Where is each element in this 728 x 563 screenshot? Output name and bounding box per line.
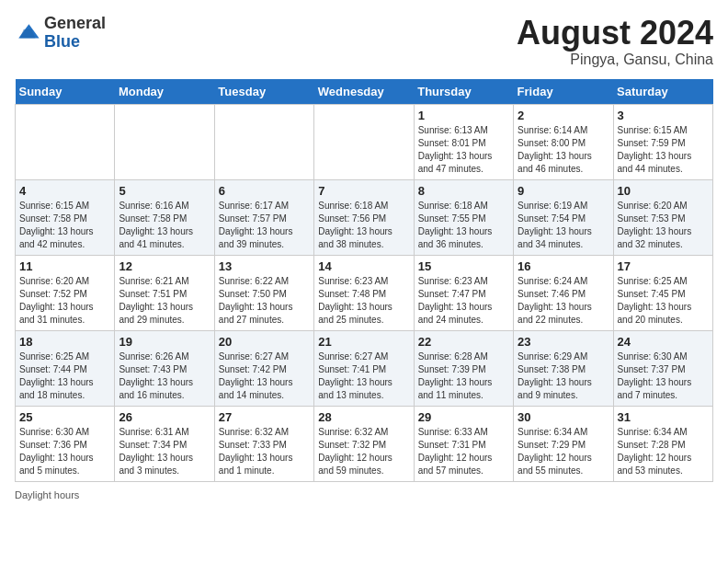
calendar-cell: 10Sunrise: 6:20 AM Sunset: 7:53 PM Dayli…	[613, 179, 712, 255]
calendar-week-row: 11Sunrise: 6:20 AM Sunset: 7:52 PM Dayli…	[16, 255, 713, 330]
day-info: Sunrise: 6:15 AM Sunset: 7:59 PM Dayligh…	[618, 124, 709, 176]
calendar-week-row: 18Sunrise: 6:25 AM Sunset: 7:44 PM Dayli…	[16, 330, 713, 406]
day-number: 31	[618, 410, 709, 424]
day-info: Sunrise: 6:27 AM Sunset: 7:41 PM Dayligh…	[318, 350, 409, 402]
day-info: Sunrise: 6:17 AM Sunset: 7:57 PM Dayligh…	[219, 200, 310, 251]
day-info: Sunrise: 6:34 AM Sunset: 7:29 PM Dayligh…	[518, 426, 609, 477]
calendar-cell	[214, 104, 313, 179]
calendar-cell: 4Sunrise: 6:15 AM Sunset: 7:58 PM Daylig…	[16, 179, 115, 255]
day-number: 17	[618, 259, 709, 273]
calendar-cell: 28Sunrise: 6:32 AM Sunset: 7:32 PM Dayli…	[314, 406, 414, 481]
day-number: 30	[518, 410, 609, 424]
calendar-cell: 3Sunrise: 6:15 AM Sunset: 7:59 PM Daylig…	[613, 104, 712, 179]
day-info: Sunrise: 6:30 AM Sunset: 7:37 PM Dayligh…	[618, 350, 709, 402]
calendar-week-row: 4Sunrise: 6:15 AM Sunset: 7:58 PM Daylig…	[16, 179, 713, 255]
day-number: 24	[618, 335, 709, 349]
day-info: Sunrise: 6:14 AM Sunset: 8:00 PM Dayligh…	[518, 124, 609, 176]
day-number: 20	[219, 335, 310, 349]
calendar-cell: 5Sunrise: 6:16 AM Sunset: 7:58 PM Daylig…	[115, 179, 214, 255]
day-info: Sunrise: 6:34 AM Sunset: 7:28 PM Dayligh…	[618, 426, 709, 477]
day-info: Sunrise: 6:19 AM Sunset: 7:54 PM Dayligh…	[518, 200, 609, 251]
calendar-cell: 12Sunrise: 6:21 AM Sunset: 7:51 PM Dayli…	[115, 255, 214, 330]
logo-icon	[15, 20, 40, 46]
calendar-cell: 13Sunrise: 6:22 AM Sunset: 7:50 PM Dayli…	[214, 255, 313, 330]
day-number: 1	[418, 109, 509, 122]
day-number: 2	[518, 109, 609, 122]
day-number: 25	[19, 410, 110, 424]
day-info: Sunrise: 6:22 AM Sunset: 7:50 PM Dayligh…	[219, 275, 310, 327]
day-info: Sunrise: 6:27 AM Sunset: 7:42 PM Dayligh…	[219, 350, 310, 402]
day-number: 11	[19, 259, 110, 273]
day-of-week-header: Sunday	[16, 79, 115, 105]
day-number: 28	[318, 410, 409, 424]
calendar-cell: 2Sunrise: 6:14 AM Sunset: 8:00 PM Daylig…	[514, 104, 613, 179]
calendar-cell: 23Sunrise: 6:29 AM Sunset: 7:38 PM Dayli…	[514, 330, 613, 406]
calendar-cell: 17Sunrise: 6:25 AM Sunset: 7:45 PM Dayli…	[613, 255, 712, 330]
calendar-cell: 8Sunrise: 6:18 AM Sunset: 7:55 PM Daylig…	[414, 179, 513, 255]
calendar-cell: 29Sunrise: 6:33 AM Sunset: 7:31 PM Dayli…	[414, 406, 513, 481]
calendar-cell: 19Sunrise: 6:26 AM Sunset: 7:43 PM Dayli…	[115, 330, 214, 406]
calendar-cell: 27Sunrise: 6:32 AM Sunset: 7:33 PM Dayli…	[214, 406, 313, 481]
day-info: Sunrise: 6:26 AM Sunset: 7:43 PM Dayligh…	[119, 350, 210, 402]
day-info: Sunrise: 6:28 AM Sunset: 7:39 PM Dayligh…	[418, 350, 509, 402]
day-number: 27	[219, 410, 310, 424]
day-info: Sunrise: 6:25 AM Sunset: 7:45 PM Dayligh…	[618, 275, 709, 327]
day-number: 4	[19, 184, 110, 198]
day-number: 29	[418, 410, 509, 424]
daylight-label: Daylight hours	[15, 489, 79, 500]
page-header: General Blue August 2024 Pingya, Gansu, …	[15, 15, 713, 68]
day-number: 9	[518, 184, 609, 198]
day-info: Sunrise: 6:25 AM Sunset: 7:44 PM Dayligh…	[19, 350, 110, 402]
calendar-cell: 22Sunrise: 6:28 AM Sunset: 7:39 PM Dayli…	[414, 330, 513, 406]
calendar-cell: 16Sunrise: 6:24 AM Sunset: 7:46 PM Dayli…	[514, 255, 613, 330]
day-number: 6	[219, 184, 310, 198]
day-info: Sunrise: 6:23 AM Sunset: 7:47 PM Dayligh…	[418, 275, 509, 327]
calendar-cell: 14Sunrise: 6:23 AM Sunset: 7:48 PM Dayli…	[314, 255, 414, 330]
day-number: 21	[318, 335, 409, 349]
day-info: Sunrise: 6:30 AM Sunset: 7:36 PM Dayligh…	[19, 426, 110, 477]
calendar-cell: 18Sunrise: 6:25 AM Sunset: 7:44 PM Dayli…	[16, 330, 115, 406]
day-info: Sunrise: 6:18 AM Sunset: 7:55 PM Dayligh…	[418, 200, 509, 251]
day-info: Sunrise: 6:32 AM Sunset: 7:32 PM Dayligh…	[318, 426, 409, 477]
day-number: 18	[19, 335, 110, 349]
day-info: Sunrise: 6:15 AM Sunset: 7:58 PM Dayligh…	[19, 200, 110, 251]
day-number: 3	[618, 109, 709, 122]
calendar-subtitle: Pingya, Gansu, China	[517, 52, 713, 68]
calendar-cell: 26Sunrise: 6:31 AM Sunset: 7:34 PM Dayli…	[115, 406, 214, 481]
day-number: 15	[418, 259, 509, 273]
calendar-cell: 30Sunrise: 6:34 AM Sunset: 7:29 PM Dayli…	[514, 406, 613, 481]
calendar-cell: 15Sunrise: 6:23 AM Sunset: 7:47 PM Dayli…	[414, 255, 513, 330]
day-number: 14	[318, 259, 409, 273]
day-number: 16	[518, 259, 609, 273]
calendar-cell: 6Sunrise: 6:17 AM Sunset: 7:57 PM Daylig…	[214, 179, 313, 255]
calendar-header: SundayMondayTuesdayWednesdayThursdayFrid…	[16, 79, 713, 105]
day-info: Sunrise: 6:21 AM Sunset: 7:51 PM Dayligh…	[119, 275, 210, 327]
calendar-week-row: 1Sunrise: 6:13 AM Sunset: 8:01 PM Daylig…	[16, 104, 713, 179]
calendar-cell: 21Sunrise: 6:27 AM Sunset: 7:41 PM Dayli…	[314, 330, 414, 406]
calendar-cell: 20Sunrise: 6:27 AM Sunset: 7:42 PM Dayli…	[214, 330, 313, 406]
day-info: Sunrise: 6:20 AM Sunset: 7:52 PM Dayligh…	[19, 275, 110, 327]
calendar-cell: 9Sunrise: 6:19 AM Sunset: 7:54 PM Daylig…	[514, 179, 613, 255]
day-number: 22	[418, 335, 509, 349]
logo-text-blue: Blue	[44, 32, 80, 51]
day-info: Sunrise: 6:23 AM Sunset: 7:48 PM Dayligh…	[318, 275, 409, 327]
calendar-cell	[314, 104, 414, 179]
day-number: 8	[418, 184, 509, 198]
day-number: 5	[119, 184, 210, 198]
calendar-cell: 24Sunrise: 6:30 AM Sunset: 7:37 PM Dayli…	[613, 330, 712, 406]
day-info: Sunrise: 6:32 AM Sunset: 7:33 PM Dayligh…	[219, 426, 310, 477]
day-number: 12	[119, 259, 210, 273]
day-number: 19	[119, 335, 210, 349]
day-of-week-header: Friday	[514, 79, 613, 105]
day-number: 23	[518, 335, 609, 349]
calendar-cell: 7Sunrise: 6:18 AM Sunset: 7:56 PM Daylig…	[314, 179, 414, 255]
calendar-cell: 31Sunrise: 6:34 AM Sunset: 7:28 PM Dayli…	[613, 406, 712, 481]
title-block: August 2024 Pingya, Gansu, China	[517, 15, 713, 68]
day-info: Sunrise: 6:29 AM Sunset: 7:38 PM Dayligh…	[518, 350, 609, 402]
logo: General Blue	[15, 15, 106, 52]
day-info: Sunrise: 6:16 AM Sunset: 7:58 PM Dayligh…	[119, 200, 210, 251]
day-info: Sunrise: 6:31 AM Sunset: 7:34 PM Dayligh…	[119, 426, 210, 477]
calendar-cell: 11Sunrise: 6:20 AM Sunset: 7:52 PM Dayli…	[16, 255, 115, 330]
logo-text-general: General	[44, 14, 106, 32]
day-info: Sunrise: 6:13 AM Sunset: 8:01 PM Dayligh…	[418, 124, 509, 176]
